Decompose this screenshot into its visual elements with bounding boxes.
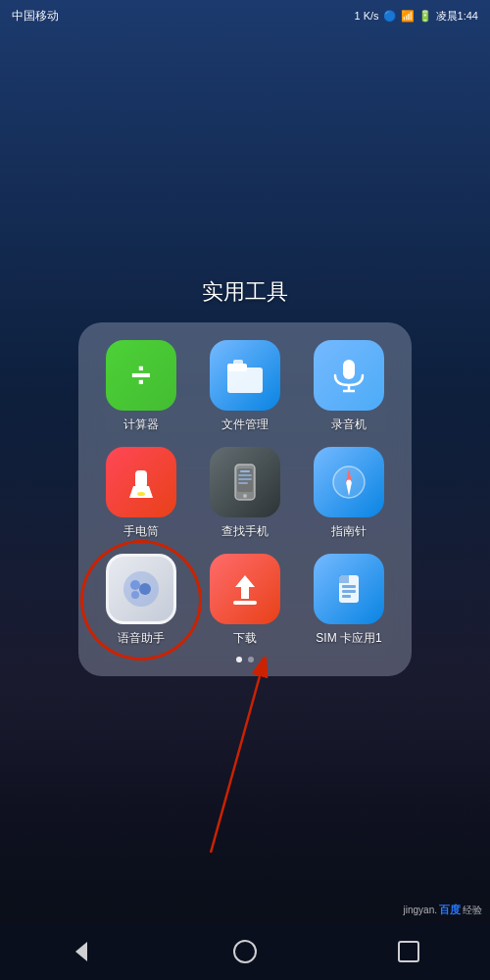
svg-point-21	[130, 580, 140, 590]
svg-rect-29	[342, 590, 356, 593]
svg-rect-12	[240, 470, 250, 472]
app-findphone[interactable]: 查找手机	[198, 447, 292, 540]
filemanager-label: 文件管理	[221, 416, 269, 433]
dot-inactive	[248, 657, 254, 662]
filemanager-svg	[220, 350, 270, 401]
bluetooth-icon: 🔵	[383, 10, 397, 23]
flashlight-label: 手电筒	[123, 523, 159, 540]
voice-label: 语音助手	[118, 630, 165, 647]
calculator-label: 计算器	[123, 416, 159, 433]
folder-title: 实用工具	[202, 277, 288, 307]
svg-point-22	[139, 583, 151, 595]
recorder-label: 录音机	[331, 416, 367, 433]
svg-rect-28	[342, 585, 356, 588]
flashlight-svg	[120, 461, 163, 504]
recent-button[interactable]	[384, 934, 433, 969]
svg-rect-25	[233, 601, 257, 605]
battery-icon: 🔋	[418, 10, 432, 23]
svg-rect-30	[342, 595, 351, 598]
app-voice[interactable]: 语音助手	[94, 554, 188, 647]
svg-rect-3	[343, 360, 355, 379]
back-icon	[68, 938, 95, 965]
app-grid: 计算器 文件管理	[94, 340, 396, 647]
wifi-icon: 📶	[401, 10, 415, 23]
findphone-label: 查找手机	[221, 523, 269, 540]
time-label: 凌晨1:44	[436, 9, 478, 24]
recorder-svg	[327, 354, 370, 397]
voice-svg	[120, 567, 163, 611]
svg-point-23	[131, 591, 139, 599]
app-download[interactable]: 下载	[198, 554, 292, 647]
svg-point-8	[137, 492, 145, 496]
nav-bar	[0, 923, 490, 980]
svg-rect-13	[238, 474, 252, 476]
recorder-icon	[314, 340, 384, 411]
compass-svg	[327, 461, 370, 504]
svg-rect-15	[238, 482, 248, 484]
svg-rect-14	[238, 478, 252, 480]
svg-point-34	[234, 941, 256, 962]
carrier-label: 中国移动	[12, 8, 59, 24]
app-flashlight[interactable]: 手电筒	[94, 447, 188, 540]
status-icons: 1 K/s 🔵 📶 🔋 凌晨1:44	[355, 9, 479, 24]
folder-container: 计算器 文件管理	[78, 322, 412, 676]
watermark-suffix: 经验	[463, 904, 482, 917]
sim-label: SIM 卡应用1	[316, 630, 381, 647]
calculator-icon	[106, 340, 176, 411]
back-button[interactable]	[57, 934, 106, 969]
watermark-site: jingyan.	[404, 905, 437, 915]
findphone-svg	[223, 461, 267, 504]
svg-rect-35	[399, 942, 418, 961]
baidu-logo: 百度	[439, 903, 461, 917]
app-recorder[interactable]: 录音机	[302, 340, 396, 433]
svg-marker-27	[339, 575, 349, 583]
findphone-icon	[210, 447, 280, 517]
main-content: 实用工具 计算器 文件管理	[0, 31, 490, 921]
svg-rect-2	[233, 360, 243, 368]
watermark: jingyan. 百度 经验	[404, 903, 482, 917]
filemanager-icon	[210, 340, 280, 411]
status-bar: 中国移动 1 K/s 🔵 📶 🔋 凌晨1:44	[0, 0, 490, 31]
flashlight-icon	[106, 447, 176, 517]
svg-marker-24	[235, 575, 255, 599]
svg-marker-33	[75, 942, 87, 961]
download-label: 下载	[233, 630, 257, 647]
voice-icon	[106, 554, 176, 624]
svg-rect-6	[135, 470, 147, 488]
compass-label: 指南针	[331, 523, 367, 540]
home-button[interactable]	[220, 934, 270, 969]
recent-icon	[395, 938, 422, 965]
download-svg	[223, 567, 267, 611]
dot-active	[236, 657, 242, 662]
download-icon	[210, 554, 280, 624]
home-icon	[231, 938, 259, 965]
sim-icon	[314, 554, 384, 624]
sim-svg	[327, 567, 370, 611]
svg-point-19	[347, 479, 352, 484]
app-filemanager[interactable]: 文件管理	[198, 340, 292, 433]
svg-point-20	[123, 571, 159, 607]
svg-point-11	[243, 494, 247, 498]
app-calculator[interactable]: 计算器	[94, 340, 188, 433]
app-compass[interactable]: 指南针	[302, 447, 396, 540]
compass-icon	[314, 447, 384, 517]
app-sim[interactable]: SIM 卡应用1	[302, 554, 396, 647]
speed-label: 1 K/s	[355, 10, 379, 22]
